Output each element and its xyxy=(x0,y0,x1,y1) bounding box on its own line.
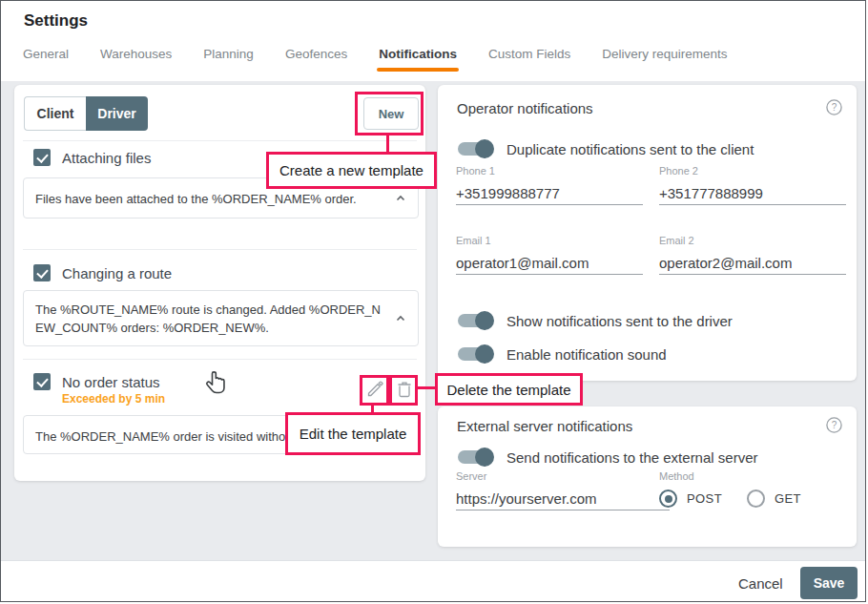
annotation-connector xyxy=(386,135,389,152)
external-server-toggle[interactable] xyxy=(456,448,494,467)
get-radio[interactable] xyxy=(747,489,765,508)
annotation-edit-template: Edit the template xyxy=(285,412,421,455)
tab-general[interactable]: General xyxy=(23,47,69,74)
radio-label: POST xyxy=(687,491,722,506)
toggle-label: Show notifications sent to the driver xyxy=(506,312,733,331)
toggle-label: Duplicate notifications sent to the clie… xyxy=(506,140,754,159)
tab-geofences[interactable]: Geofences xyxy=(285,47,347,74)
field-label: Email 1 xyxy=(456,235,491,246)
annotation-box-edit-icon xyxy=(360,375,389,406)
chevron-up-icon[interactable] xyxy=(395,193,406,204)
no-order-status-checkbox[interactable] xyxy=(33,373,51,390)
template-label: No order status xyxy=(62,374,160,390)
annotation-connector xyxy=(418,386,435,389)
panel-title: External server notifications xyxy=(457,418,632,434)
client-tab-button[interactable]: Client xyxy=(24,96,86,131)
tab-warehouses[interactable]: Warehouses xyxy=(100,47,172,74)
tab-notifications[interactable]: Notifications xyxy=(379,47,457,74)
template-text-box[interactable]: The %ROUTE_NAME% route is changed. Added… xyxy=(23,290,419,346)
divider xyxy=(23,359,417,360)
cancel-button[interactable]: Cancel xyxy=(729,568,793,598)
divider xyxy=(23,249,417,250)
settings-window: Settings General Warehouses Planning Geo… xyxy=(0,0,866,602)
tab-custom-fields[interactable]: Custom Fields xyxy=(488,47,570,74)
page-title: Settings xyxy=(24,11,88,31)
footer-bar: Cancel Save xyxy=(1,560,865,602)
template-label: Changing a route xyxy=(62,265,172,281)
annotation-delete-template: Delete the template xyxy=(435,373,583,406)
duplicate-notifications-toggle[interactable] xyxy=(456,139,494,158)
template-text: The %ROUTE_NAME% route is changed. Added… xyxy=(24,291,418,348)
template-row-attaching-files: Attaching files xyxy=(33,149,151,166)
divider xyxy=(23,140,417,141)
annotation-box-new-button xyxy=(355,92,424,135)
attaching-files-checkbox[interactable] xyxy=(33,149,51,166)
field-label: Phone 1 xyxy=(456,165,495,177)
toggle-label: Send notifications to the external serve… xyxy=(506,448,757,468)
field-label: Server xyxy=(456,470,486,482)
help-icon[interactable]: ? xyxy=(826,417,842,433)
audience-segmented-control: Client Driver xyxy=(24,96,148,131)
field-label: Email 2 xyxy=(659,235,694,246)
svg-text:?: ? xyxy=(832,420,837,430)
annotation-box-delete-icon xyxy=(389,375,418,406)
phone2-input[interactable] xyxy=(659,182,846,205)
hand-cursor-icon xyxy=(203,369,230,398)
header: Settings General Warehouses Planning Geo… xyxy=(1,1,865,81)
tab-bar: General Warehouses Planning Geofences No… xyxy=(23,47,728,74)
template-row-no-order-status: No order status xyxy=(33,373,160,390)
external-server-panel: External server notifications ? Send not… xyxy=(438,406,857,547)
method-radio-group: POST GET xyxy=(659,489,801,508)
panel-title: Operator notifications xyxy=(457,100,593,116)
server-url-input[interactable] xyxy=(456,488,670,510)
post-radio[interactable] xyxy=(659,489,677,508)
toggle-label: Enable notification sound xyxy=(506,345,667,364)
notification-sound-toggle[interactable] xyxy=(456,344,494,364)
chevron-up-icon[interactable] xyxy=(395,313,406,324)
email1-input[interactable] xyxy=(456,252,643,275)
operator-notifications-panel: Operator notifications ? Duplicate notif… xyxy=(438,85,857,381)
field-label: Phone 2 xyxy=(659,165,698,177)
annotation-create-template: Create a new template xyxy=(266,152,437,189)
exceeded-warning-text: Exceeded by 5 min xyxy=(62,392,165,406)
radio-label: GET xyxy=(775,491,801,506)
field-label: Method xyxy=(659,470,694,482)
template-row-changing-route: Changing a route xyxy=(33,264,172,281)
show-driver-notifications-toggle[interactable] xyxy=(456,311,494,330)
phone1-input[interactable] xyxy=(456,182,643,205)
tab-delivery-requirements[interactable]: Delivery requirements xyxy=(602,47,727,74)
svg-text:?: ? xyxy=(832,102,837,113)
changing-route-checkbox[interactable] xyxy=(33,264,51,281)
tab-planning[interactable]: Planning xyxy=(203,47,254,74)
template-label: Attaching files xyxy=(62,150,151,166)
help-icon[interactable]: ? xyxy=(826,99,842,115)
save-button[interactable]: Save xyxy=(800,567,858,599)
driver-tab-button[interactable]: Driver xyxy=(86,96,148,131)
email2-input[interactable] xyxy=(659,252,846,275)
